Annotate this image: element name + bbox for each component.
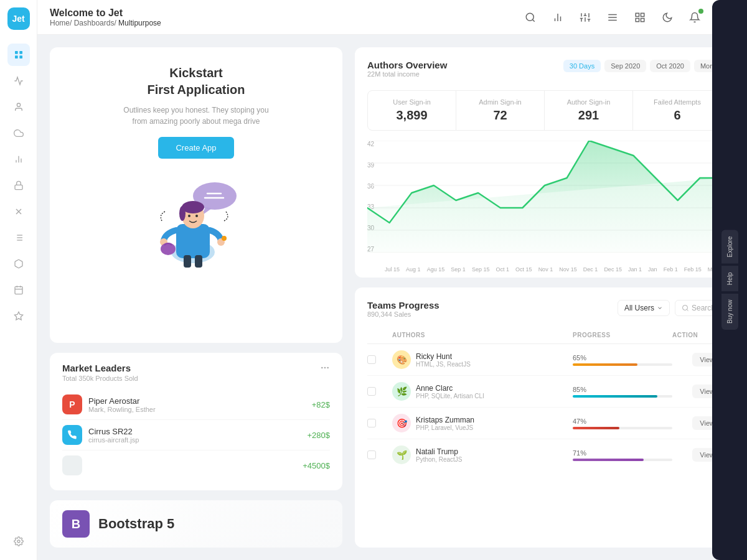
progress-container: 47%	[573, 418, 672, 429]
gear-icon[interactable]	[7, 530, 30, 553]
illustration	[134, 171, 258, 271]
authors-total: 22M total income	[367, 70, 447, 78]
sidebar-item-calendar[interactable]	[7, 279, 30, 301]
progress-bar	[573, 363, 672, 366]
row-checkbox[interactable]	[367, 419, 376, 427]
stat-label: Admin Sign-in	[465, 98, 535, 106]
progress-fill	[573, 395, 657, 398]
svg-point-61	[161, 243, 176, 255]
stat-value: 3,899	[377, 108, 447, 123]
row-checkbox[interactable]	[367, 387, 376, 396]
sidebar-item-list[interactable]	[7, 226, 30, 249]
svg-rect-8	[15, 185, 22, 189]
search-icon	[682, 304, 689, 312]
sidebar: Jet	[0, 0, 37, 560]
svg-rect-50	[176, 224, 210, 258]
sidebar-item-chart[interactable]	[7, 148, 30, 170]
content-area: Kickstart First Application Outlines kee…	[37, 35, 747, 560]
svg-point-62	[321, 367, 323, 369]
market-sub: cirrus-aircraft.jsp	[88, 436, 307, 444]
sidebar-item-activity[interactable]	[7, 70, 30, 92]
sidebar-bottom	[7, 530, 30, 553]
svg-rect-17	[15, 287, 22, 294]
teams-title: Teams Progress	[367, 300, 439, 310]
team-name: Anne Clarc	[416, 384, 484, 393]
svg-rect-2	[15, 55, 18, 58]
team-row: 🌿 Anne Clarc PHP, SQLite, Artisan CLI 85…	[367, 376, 722, 408]
svg-line-24	[532, 19, 534, 21]
chart-x-labels: Jul 15 Aug 1 Agu 15 Sep 1 Sep 15 Oct 1 O…	[367, 266, 722, 273]
team-skills: PHP, Laravel, VueJS	[416, 424, 474, 431]
explore-tab[interactable]: Explore	[721, 230, 738, 264]
svg-marker-21	[14, 312, 22, 320]
authors-header: Authors Overview 22M total income 30 Day…	[367, 60, 722, 86]
team-name: Ricky Hunt	[416, 352, 471, 361]
bootstrap-icon: B	[62, 510, 90, 538]
all-users-select[interactable]: All Users	[618, 300, 670, 316]
kickstart-description: Outlines keep you honest. They stoping y…	[115, 105, 277, 127]
team-author: 🎯 Kristaps Zumman PHP, Laravel, VueJS	[392, 414, 573, 432]
stat-label: User Sign-in	[377, 98, 447, 106]
svg-point-22	[17, 540, 20, 543]
create-app-button[interactable]: Create App	[158, 137, 233, 159]
authors-overview-card: Authors Overview 22M total income 30 Day…	[355, 47, 735, 278]
row-checkbox[interactable]	[367, 450, 376, 459]
notification-icon[interactable]	[685, 7, 705, 27]
row-checkbox[interactable]	[367, 355, 376, 364]
bootstrap-label: Bootstrap 5	[98, 516, 174, 532]
page-title: Welcome to Jet	[50, 7, 515, 19]
progress-percent: 47%	[573, 418, 672, 425]
sidebar-logo[interactable]: Jet	[7, 7, 30, 30]
stat-failed-attempts: Failed Attempts 6	[633, 91, 721, 130]
buy-now-tab[interactable]: Buy now	[721, 294, 738, 330]
filter-sep2020[interactable]: Sep 2020	[604, 60, 646, 72]
sidebar-item-user[interactable]	[7, 96, 30, 118]
svg-point-64	[327, 367, 329, 369]
filter-oct2020[interactable]: Oct 2020	[650, 60, 690, 72]
stat-label: Failed Attempts	[642, 98, 713, 106]
progress-fill	[573, 459, 644, 461]
market-dots-button[interactable]	[320, 363, 330, 376]
svg-rect-43	[636, 18, 639, 21]
progress-percent: 65%	[573, 354, 672, 362]
adjust-icon[interactable]	[575, 7, 595, 27]
market-sub: Mark, Rowling, Esther	[88, 406, 312, 413]
progress-bar	[573, 427, 672, 429]
svg-point-71	[682, 306, 687, 310]
svg-line-72	[687, 309, 688, 310]
main-content: Welcome to Jet Home/ Dashboards/ Multipu…	[37, 0, 747, 560]
analytics-icon[interactable]	[548, 7, 568, 27]
progress-fill	[573, 363, 637, 366]
moon-icon[interactable]	[657, 7, 677, 27]
menu-icon[interactable]	[603, 7, 622, 27]
team-skills: PHP, SQLite, Artisan CLI	[416, 393, 484, 399]
grid-icon[interactable]	[630, 7, 650, 27]
topbar-title: Welcome to Jet Home/ Dashboards/ Multipu…	[50, 7, 515, 27]
progress-container: 71%	[573, 449, 672, 461]
bootstrap-card: B Bootstrap 5	[50, 500, 342, 548]
sidebar-item-lock[interactable]	[7, 174, 30, 197]
progress-container: 85%	[573, 386, 672, 398]
filter-30days[interactable]: 30 Days	[563, 60, 601, 72]
sidebar-item-dashboard[interactable]	[7, 44, 30, 66]
market-item: +4500$	[62, 450, 330, 480]
topbar-actions	[520, 6, 735, 29]
stat-label: Author Sign-in	[553, 98, 624, 106]
notification-dot	[698, 9, 703, 14]
market-subtitle: Total 350k Products Sold	[62, 375, 138, 382]
market-value: +280$	[307, 431, 330, 440]
svg-point-58	[222, 236, 227, 241]
help-tab[interactable]: Help	[721, 266, 738, 291]
stat-value: 291	[553, 108, 624, 123]
search-icon[interactable]	[520, 7, 540, 27]
sidebar-item-cloud[interactable]	[7, 122, 30, 144]
right-panel: Explore Help Buy now	[712, 0, 747, 560]
sidebar-item-settings2[interactable]	[7, 305, 30, 327]
select-label: All Users	[624, 304, 654, 312]
stat-user-signin: User Sign-in 3,899	[368, 91, 456, 130]
teams-controls: All Users Search	[618, 300, 722, 316]
svg-rect-1	[19, 51, 22, 54]
sidebar-item-box[interactable]	[7, 253, 30, 275]
svg-rect-60	[195, 255, 202, 268]
sidebar-item-x[interactable]	[7, 200, 30, 223]
